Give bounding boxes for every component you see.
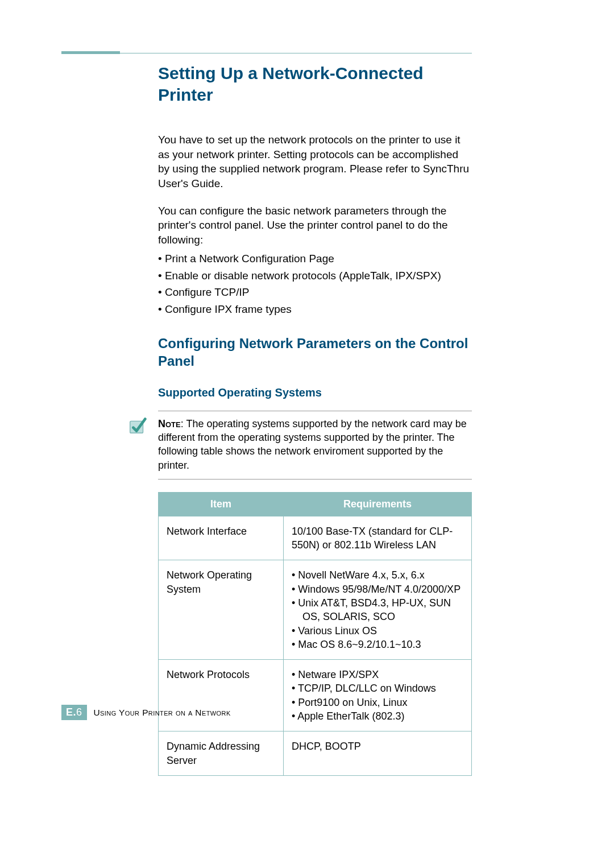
list-item: Configure IPX frame types	[158, 301, 472, 317]
table-header-item: Item	[159, 492, 284, 516]
list-item: Novell NetWare 4.x, 5.x, 6.x	[292, 568, 463, 582]
checkmark-icon	[127, 415, 148, 436]
note-body: : The operating systems supported by the…	[158, 418, 467, 471]
table-row: Network Protocols Netware IPX/SPX TCP/IP…	[159, 660, 472, 731]
note-callout: Note: The operating systems supported by…	[158, 411, 472, 480]
table-row: Network Operating System Novell NetWare …	[159, 560, 472, 660]
cell-item: Dynamic Addressing Server	[159, 731, 284, 776]
cell-item: Network Operating System	[159, 560, 284, 660]
page-number: 6	[76, 706, 82, 718]
cell-requirements: Netware IPX/SPX TCP/IP, DLC/LLC on Windo…	[284, 660, 472, 731]
header-rule-line	[61, 53, 472, 53]
requirements-table: Item Requirements Network Interface 10/1…	[158, 492, 472, 776]
section-letter: E.	[66, 706, 76, 718]
cell-item: Network Interface	[159, 516, 284, 560]
cell-requirements: 10/100 Base-TX (standard for CLP-550N) o…	[284, 516, 472, 560]
list-item: Various Linux OS	[292, 624, 463, 638]
running-title: Using Your Printer on a Network	[94, 708, 231, 718]
note-text: Note: The operating systems supported by…	[158, 418, 467, 471]
list-item: Unix AT&T, BSD4.3, HP-UX, SUN OS, SOLARI…	[292, 596, 463, 624]
subsection-heading: Supported Operating Systems	[158, 386, 472, 399]
header-rule	[61, 51, 472, 56]
page-number-badge: E.6	[61, 705, 87, 720]
list-item: TCP/IP, DLC/LLC on Windows	[292, 681, 463, 695]
capability-list: Print a Network Configuration Page Enabl…	[158, 250, 472, 317]
section-heading: Configuring Network Parameters on the Co…	[158, 334, 472, 370]
cell-requirements: DHCP, BOOTP	[284, 731, 472, 776]
list-item: Print a Network Configuration Page	[158, 250, 472, 267]
table-header-requirements: Requirements	[284, 492, 472, 516]
cell-item: Network Protocols	[159, 660, 284, 731]
note-label: Note	[158, 418, 181, 429]
content-area: Setting Up a Network-Connected Printer Y…	[158, 51, 472, 776]
page-title: Setting Up a Network-Connected Printer	[158, 63, 472, 105]
page-footer: E.6 Using Your Printer on a Network	[61, 705, 231, 720]
list-item: Enable or disable network protocols (App…	[158, 267, 472, 284]
list-item: Configure TCP/IP	[158, 284, 472, 300]
intro-paragraph-1: You have to set up the network protocols…	[158, 133, 472, 191]
list-item: Netware IPX/SPX	[292, 668, 463, 681]
list-item: Port9100 on Unix, Linux	[292, 696, 463, 709]
list-item: Mac OS 8.6~9.2/10.1~10.3	[292, 638, 463, 651]
table-row: Dynamic Addressing Server DHCP, BOOTP	[159, 731, 472, 776]
list-item: Apple EtherTalk (802.3)	[292, 709, 463, 723]
intro-paragraph-2: You can configure the basic network para…	[158, 204, 472, 247]
page: Setting Up a Network-Connected Printer Y…	[0, 0, 614, 868]
table-row: Network Interface 10/100 Base-TX (standa…	[159, 516, 472, 560]
list-item: Windows 95/98/Me/NT 4.0/2000/XP	[292, 582, 463, 596]
cell-requirements: Novell NetWare 4.x, 5.x, 6.x Windows 95/…	[284, 560, 472, 660]
